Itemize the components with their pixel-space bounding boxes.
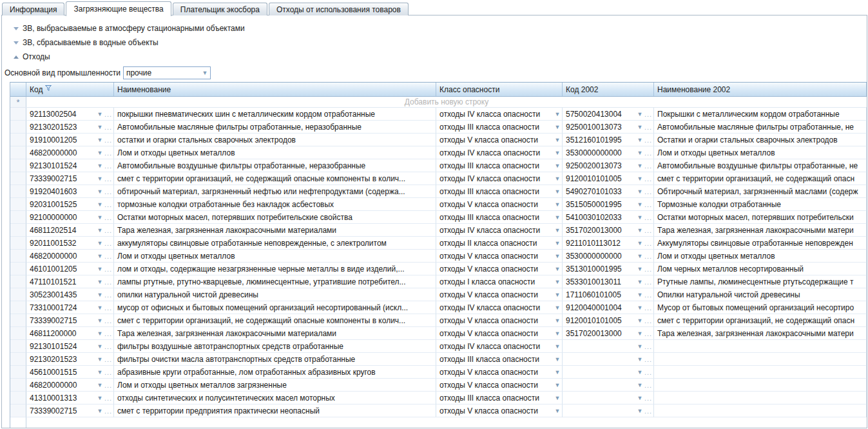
ellipsis-button[interactable]: ... — [104, 330, 113, 337]
cell-hazard-class[interactable]: отходы IV класса опасности ▼ — [436, 340, 563, 353]
chevron-down-icon[interactable]: ▼ — [95, 124, 104, 130]
row-indicator-cell[interactable] — [10, 108, 26, 121]
cell-code[interactable]: 92113002504 ▼ ... — [26, 108, 114, 121]
table-row[interactable]: 91920401603 ▼ ... обтирочный материал, з… — [10, 185, 867, 198]
cell-hazard-class[interactable]: отходы III класса опасности ▼ — [436, 392, 563, 404]
ellipsis-button[interactable]: ... — [644, 292, 653, 298]
cell-code-2002[interactable]: 9120010101005 ▼ ... — [563, 314, 654, 327]
ellipsis-button[interactable]: ... — [644, 266, 653, 272]
table-row[interactable]: 46820000000 ▼ ... Лом и отходы цветных м… — [10, 379, 867, 392]
cell-name-2002[interactable]: Лом и отходы цветных металлов — [654, 146, 867, 159]
table-row[interactable]: 45610001515 ▼ ... абразивные круги отраб… — [10, 366, 867, 379]
cell-code[interactable]: 73339002715 ▼ ... — [26, 172, 114, 185]
chevron-down-icon[interactable]: ▼ — [553, 253, 562, 259]
cell-code-2002[interactable]: 5490270101033 ▼ ... — [563, 185, 654, 198]
row-indicator-cell[interactable] — [10, 237, 26, 250]
cell-code[interactable]: 92130101524 ▼ ... — [26, 340, 114, 353]
cell-name-2002[interactable]: Обтирочный материал, загрязненный маслам… — [654, 185, 867, 198]
cell-code-2002[interactable]: 9120040001004 ▼ ... — [563, 301, 654, 314]
ellipsis-button[interactable]: ... — [644, 214, 653, 221]
row-indicator-cell[interactable] — [10, 353, 26, 366]
chevron-down-icon[interactable]: ▼ — [95, 317, 104, 324]
table-row[interactable]: 92031001525 ▼ ... тормозные колодки отра… — [10, 198, 867, 211]
chevron-down-icon[interactable]: ▼ — [635, 214, 644, 221]
cell-code[interactable]: 92011001532 ▼ ... — [26, 237, 114, 250]
chevron-down-icon[interactable]: ▼ — [635, 304, 644, 311]
chevron-down-icon[interactable]: ▼ — [95, 240, 104, 246]
cell-code[interactable]: 46820000000 ▼ ... — [26, 379, 114, 392]
ellipsis-button[interactable]: ... — [104, 175, 113, 182]
ellipsis-button[interactable]: ... — [104, 279, 113, 285]
cell-code[interactable]: 92130101524 ▼ ... — [26, 159, 114, 172]
cell-code[interactable]: 47110101521 ▼ ... — [26, 275, 114, 288]
cell-code[interactable]: 91920401603 ▼ ... — [26, 185, 114, 198]
chevron-down-icon[interactable]: ▼ — [95, 395, 104, 401]
cell-name[interactable]: лампы ртутные, ртутно-кварцевые, люминес… — [114, 275, 436, 288]
table-row[interactable]: 92130201523 ▼ ... фильтры очистки масла … — [10, 353, 867, 366]
chevron-down-icon[interactable]: ▼ — [635, 124, 644, 130]
cell-code-2002[interactable]: 9120010101005 ▼ ... — [563, 172, 654, 185]
cell-code[interactable]: 92130201523 ▼ ... — [26, 121, 114, 134]
cell-name-2002[interactable] — [654, 404, 867, 417]
cell-code-2002[interactable]: 5750020413004 ▼ ... — [563, 108, 654, 121]
row-indicator-cell[interactable] — [10, 134, 26, 146]
chevron-down-icon[interactable]: ▼ — [635, 382, 644, 388]
cell-code-2002[interactable]: ▼ ... — [563, 379, 654, 392]
ellipsis-button[interactable]: ... — [104, 317, 113, 324]
chevron-down-icon[interactable]: ▼ — [95, 382, 104, 388]
chevron-down-icon[interactable]: ▼ — [95, 175, 104, 182]
chevron-down-icon[interactable]: ▼ — [95, 163, 104, 169]
cell-code[interactable]: 91910001205 ▼ ... — [26, 134, 114, 146]
cell-name-2002[interactable]: Остатки моторных масел, потерявших потре… — [654, 211, 867, 224]
chevron-down-icon[interactable]: ▼ — [553, 240, 562, 246]
chevron-down-icon[interactable]: ▼ — [95, 137, 104, 143]
chevron-down-icon[interactable]: ▼ — [95, 266, 104, 272]
tab-goods-waste[interactable]: Отходы от использования товаров — [269, 3, 409, 15]
cell-name-2002[interactable]: Мусор от бытовых помещений организаций н… — [654, 301, 867, 314]
cell-hazard-class[interactable]: отходы IV класса опасности ▼ — [436, 301, 563, 314]
ellipsis-button[interactable]: ... — [644, 150, 653, 156]
cell-name-2002[interactable]: Остатки и огарки стальных сварочных элек… — [654, 134, 867, 146]
table-row[interactable]: 73339002715 ▼ ... смет с территории пред… — [10, 404, 867, 417]
chevron-down-icon[interactable]: ▼ — [635, 266, 644, 272]
cell-name-2002[interactable]: смет с территории организаций, не содерж… — [654, 172, 867, 185]
table-row[interactable]: 91910001205 ▼ ... остатки и огарки сталь… — [10, 134, 867, 146]
cell-name[interactable]: остатки и огарки стальных сварочных элек… — [114, 134, 436, 146]
cell-name[interactable]: смет с территории предприятия практическ… — [114, 404, 436, 417]
chevron-down-icon[interactable]: ▼ — [553, 227, 562, 234]
tab-information[interactable]: Информация — [2, 3, 64, 15]
ellipsis-button[interactable]: ... — [644, 369, 653, 375]
ellipsis-button[interactable]: ... — [104, 343, 113, 350]
table-row[interactable]: 46811202514 ▼ ... Тара железная, загрязн… — [10, 224, 867, 237]
cell-code[interactable]: 73310001724 ▼ ... — [26, 301, 114, 314]
row-indicator-cell[interactable] — [10, 392, 26, 404]
cell-code[interactable]: 92100000000 ▼ ... — [26, 211, 114, 224]
ellipsis-button[interactable]: ... — [644, 175, 653, 182]
ellipsis-button[interactable]: ... — [644, 279, 653, 285]
cell-code[interactable]: 92130201523 ▼ ... — [26, 353, 114, 366]
ellipsis-button[interactable]: ... — [104, 240, 113, 246]
chevron-down-icon[interactable]: ▼ — [635, 343, 644, 350]
cell-hazard-class[interactable]: отходы V класса опасности ▼ — [436, 250, 563, 263]
cell-hazard-class[interactable]: отходы V класса опасности ▼ — [436, 314, 563, 327]
cell-name[interactable]: обтирочный материал, загрязненный нефтью… — [114, 185, 436, 198]
cell-hazard-class[interactable]: отходы IV класса опасности ▼ — [436, 172, 563, 185]
chevron-down-icon[interactable]: ▼ — [553, 124, 562, 130]
row-indicator-cell[interactable] — [10, 263, 26, 275]
table-row[interactable]: 92113002504 ▼ ... покрышки пневматически… — [10, 108, 867, 121]
cell-code-2002[interactable]: 3530000000000 ▼ ... — [563, 146, 654, 159]
chevron-down-icon[interactable]: ▼ — [553, 266, 562, 272]
cell-name[interactable]: смет с территории организаций, не содерж… — [114, 172, 436, 185]
chevron-down-icon[interactable]: ▼ — [635, 240, 644, 246]
chevron-down-icon[interactable]: ▼ — [635, 395, 644, 401]
row-indicator-cell[interactable] — [10, 198, 26, 211]
row-indicator-cell[interactable] — [10, 301, 26, 314]
chevron-down-icon[interactable]: ▼ — [95, 201, 104, 208]
chevron-down-icon[interactable]: ▼ — [95, 330, 104, 337]
cell-name[interactable]: Лом и отходы цветных металлов — [114, 250, 436, 263]
chevron-down-icon[interactable]: ▼ — [95, 150, 104, 156]
cell-name-2002[interactable] — [654, 353, 867, 366]
row-indicator-cell[interactable] — [10, 121, 26, 134]
chevron-down-icon[interactable]: ▼ — [553, 279, 562, 285]
cell-hazard-class[interactable]: отходы V класса опасности ▼ — [436, 288, 563, 301]
